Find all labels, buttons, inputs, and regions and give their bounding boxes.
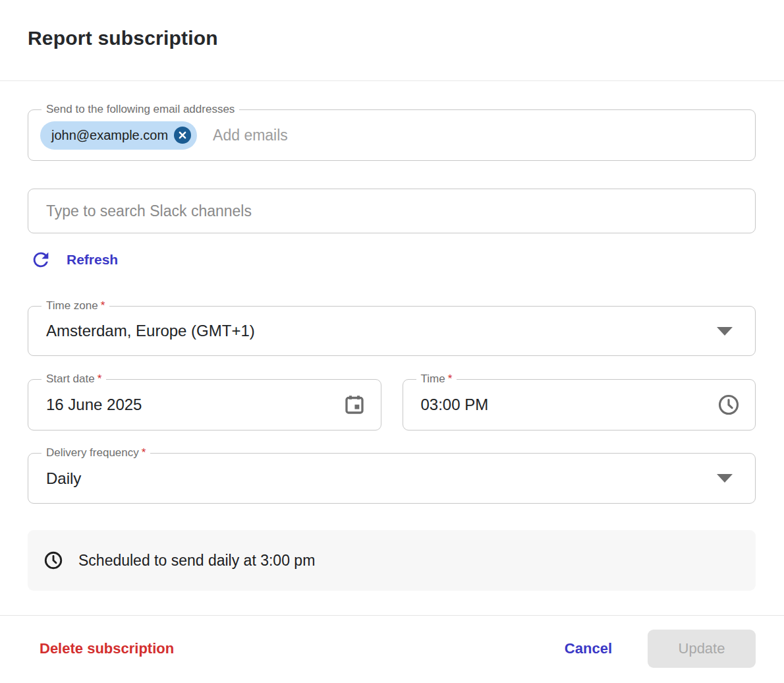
required-asterisk: * — [448, 372, 453, 385]
frequency-value: Daily — [46, 469, 717, 488]
header-divider — [0, 80, 784, 81]
start-date-label: Start date* — [42, 372, 106, 386]
slack-search-input[interactable] — [28, 189, 755, 233]
email-chip[interactable]: john@example.com — [40, 121, 197, 150]
schedule-info-banner: Scheduled to send daily at 3:00 pm — [28, 530, 756, 591]
add-emails-input[interactable] — [211, 126, 742, 145]
time-label-text: Time — [421, 372, 445, 385]
page-title: Report subscription — [28, 24, 756, 53]
refresh-icon — [30, 249, 52, 271]
dialog-body: Send to the following email addresses jo… — [0, 109, 784, 591]
email-field-label: Send to the following email addresses — [42, 103, 239, 116]
schedule-clock-icon — [43, 550, 63, 570]
email-chip-text: john@example.com — [51, 128, 168, 143]
required-asterisk: * — [101, 299, 105, 312]
timezone-label-text: Time zone — [46, 299, 98, 312]
required-asterisk: * — [98, 372, 102, 385]
time-value: 03:00 PM — [421, 396, 717, 414]
timezone-select[interactable]: Time zone* Amsterdam, Europe (GMT+1) — [28, 306, 756, 356]
start-date-field[interactable]: Start date* 16 June 2025 — [28, 379, 381, 431]
update-button[interactable]: Update — [648, 630, 756, 668]
dialog-footer: Delete subscription Cancel Update — [0, 616, 784, 668]
frequency-select[interactable]: Delivery frequency* Daily — [28, 453, 756, 504]
dialog-header: Report subscription — [0, 0, 784, 53]
time-field[interactable]: Time* 03:00 PM — [403, 379, 756, 431]
cancel-button[interactable]: Cancel — [565, 640, 612, 657]
date-time-row: Start date* 16 June 2025 Time* 03:00 PM — [28, 379, 756, 431]
delete-subscription-button[interactable]: Delete subscription — [40, 640, 174, 657]
email-recipients-field[interactable]: Send to the following email addresses jo… — [28, 109, 756, 161]
refresh-label: Refresh — [67, 252, 118, 268]
calendar-icon[interactable] — [343, 393, 366, 417]
chip-remove-icon[interactable] — [174, 127, 191, 144]
start-date-label-text: Start date — [46, 372, 95, 385]
frequency-label: Delivery frequency* — [42, 446, 150, 460]
timezone-label: Time zone* — [42, 299, 109, 312]
refresh-button[interactable]: Refresh — [28, 248, 118, 272]
timezone-value: Amsterdam, Europe (GMT+1) — [46, 322, 717, 340]
chevron-down-icon — [717, 327, 733, 336]
required-asterisk: * — [142, 446, 146, 459]
chevron-down-icon — [717, 474, 733, 483]
slack-search-field[interactable] — [28, 189, 756, 233]
schedule-info-text: Scheduled to send daily at 3:00 pm — [78, 552, 315, 570]
time-label: Time* — [416, 372, 457, 386]
clock-icon[interactable] — [717, 393, 741, 417]
start-date-value: 16 June 2025 — [46, 396, 343, 414]
frequency-label-text: Delivery frequency — [46, 446, 139, 459]
